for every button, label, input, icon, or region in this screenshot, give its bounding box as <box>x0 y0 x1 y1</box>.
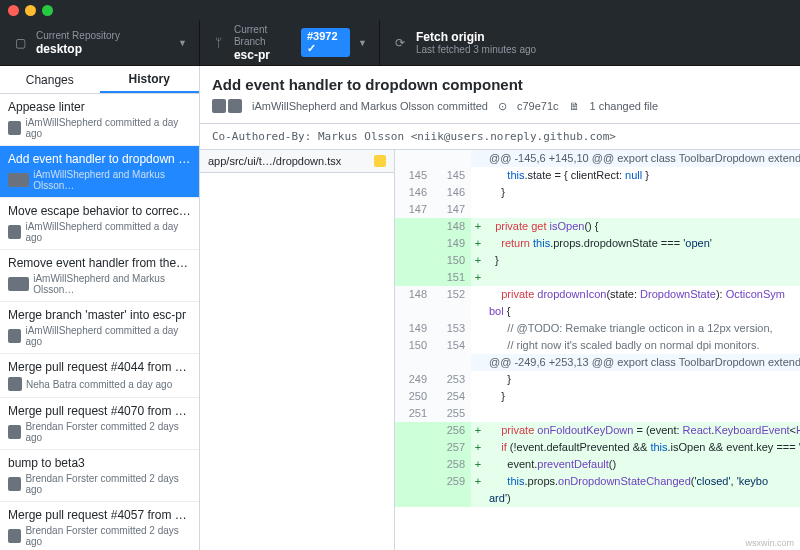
commit-item-title: Merge pull request #4057 from desk… <box>8 508 191 522</box>
commit-item-meta: Brendan Forster committed 2 days ago <box>25 525 191 547</box>
zoom-traffic-light[interactable] <box>42 5 53 16</box>
commit-item-title: Move escape behavior to correct co… <box>8 204 191 218</box>
diff-line: 146146 } <box>395 184 800 201</box>
sidebar: Changes History Appease linteriAmWillShe… <box>0 66 200 550</box>
chevron-down-icon: ▼ <box>178 38 187 48</box>
commit-item-title: Merge branch 'master' into esc-pr <box>8 308 191 322</box>
diff-line: 251255 <box>395 405 800 422</box>
commit-item-meta: iAmWillShepherd and Markus Olsson… <box>33 169 191 191</box>
commit-item[interactable]: Merge pull request #4070 from desk…Brend… <box>0 398 199 450</box>
toolbar: ▢ Current Repository desktop ▼ ᛘ Current… <box>0 20 800 66</box>
commit-sha: c79e71c <box>517 100 559 112</box>
commit-item-title: Remove event handler from the bran… <box>8 256 191 270</box>
diff-line: 145145 this.state = { clientRect: null } <box>395 167 800 184</box>
repo-selector[interactable]: ▢ Current Repository desktop ▼ <box>0 20 200 65</box>
commit-item[interactable]: Merge pull request #4057 from desk…Brend… <box>0 502 199 550</box>
fetch-button[interactable]: ⟳ Fetch origin Last fetched 3 minutes ag… <box>380 20 800 65</box>
commit-item[interactable]: Add event handler to dropdown com…iAmWil… <box>0 146 199 198</box>
close-traffic-light[interactable] <box>8 5 19 16</box>
commit-item[interactable]: Appease linteriAmWillShepherd committed … <box>0 94 199 146</box>
diff-line: 257+ if (!event.defaultPrevented && this… <box>395 439 800 456</box>
file-icon: 🗎 <box>569 100 580 112</box>
commit-item-title: Merge pull request #4044 from des… <box>8 360 191 374</box>
file-row[interactable]: app/src/ui/t…/dropdown.tsx <box>200 150 394 173</box>
pr-badge: #3972 ✓ <box>301 28 350 57</box>
watermark: wsxwin.com <box>745 538 794 548</box>
commit-header: Add event handler to dropdown component … <box>200 66 800 124</box>
diff-line: 148+ private get isOpen() { <box>395 218 800 235</box>
tab-history[interactable]: History <box>100 66 200 93</box>
sidebar-tabs: Changes History <box>0 66 199 94</box>
fetch-label: Fetch origin <box>416 30 536 44</box>
diff-line: 147147 <box>395 201 800 218</box>
commit-item-meta: Neha Batra committed a day ago <box>26 379 172 390</box>
avatar <box>228 99 242 113</box>
repo-label: Current Repository <box>36 30 170 42</box>
modified-icon <box>374 155 386 167</box>
branch-label: Current Branch <box>234 24 293 48</box>
commit-icon: ⊙ <box>498 100 507 113</box>
diff-line: @@ -249,6 +253,13 @@ export class Toolba… <box>395 354 800 371</box>
diff-line: 256+ private onFoldoutKeyDown = (event: … <box>395 422 800 439</box>
tab-changes[interactable]: Changes <box>0 66 100 93</box>
diff-line: 148152 private dropdownIcon(state: Dropd… <box>395 286 800 320</box>
commit-item-title: bump to beta3 <box>8 456 191 470</box>
commit-item-meta: iAmWillShepherd committed a day ago <box>25 221 191 243</box>
commit-item-title: Appease linter <box>8 100 191 114</box>
file-path: app/src/ui/t…/dropdown.tsx <box>208 155 341 167</box>
avatar <box>212 99 226 113</box>
commit-detail: Add event handler to dropdown component … <box>200 66 800 550</box>
diff-line: 150154 // right now it's scaled badly on… <box>395 337 800 354</box>
commit-item-title: Merge pull request #4070 from desk… <box>8 404 191 418</box>
commit-item-title: Add event handler to dropdown com… <box>8 152 191 166</box>
fetch-sublabel: Last fetched 3 minutes ago <box>416 44 536 56</box>
repo-value: desktop <box>36 42 170 56</box>
diff-line: 259+ this.props.onDropdownStateChanged('… <box>395 473 800 507</box>
diff-line: 149153 // @TODO: Remake triangle octicon… <box>395 320 800 337</box>
commit-item[interactable]: Move escape behavior to correct co…iAmWi… <box>0 198 199 250</box>
branch-value: esc-pr <box>234 48 293 62</box>
commit-item-meta: Brendan Forster committed 2 days ago <box>25 473 191 495</box>
diff-line: 149+ return this.props.dropdownState ===… <box>395 235 800 252</box>
commit-item[interactable]: bump to beta3Brendan Forster committed 2… <box>0 450 199 502</box>
diff-line: 258+ event.preventDefault() <box>395 456 800 473</box>
diff-line: 250254 } <box>395 388 800 405</box>
branch-selector[interactable]: ᛘ Current Branch esc-pr #3972 ✓ ▼ <box>200 20 380 65</box>
minimize-traffic-light[interactable] <box>25 5 36 16</box>
commit-list[interactable]: Appease linteriAmWillShepherd committed … <box>0 94 199 550</box>
commit-item-meta: iAmWillShepherd committed a day ago <box>25 117 191 139</box>
commit-item[interactable]: Merge branch 'master' into esc-priAmWill… <box>0 302 199 354</box>
commit-item-meta: iAmWillShepherd committed a day ago <box>25 325 191 347</box>
diff-line: 249253 } <box>395 371 800 388</box>
diff-line: 150+ } <box>395 252 800 269</box>
files-count: 1 changed file <box>590 100 659 112</box>
file-list: app/src/ui/t…/dropdown.tsx <box>200 150 395 550</box>
commit-item[interactable]: Remove event handler from the bran…iAmWi… <box>0 250 199 302</box>
commit-item-meta: iAmWillShepherd and Markus Olsson… <box>33 273 191 295</box>
commit-item-meta: Brendan Forster committed 2 days ago <box>25 421 191 443</box>
diff-line: @@ -145,6 +145,10 @@ export class Toolba… <box>395 150 800 167</box>
commit-item[interactable]: Merge pull request #4044 from des…Neha B… <box>0 354 199 398</box>
coauthor-line: Co-Authored-By: Markus Olsson <niik@user… <box>200 124 800 150</box>
chevron-down-icon: ▼ <box>358 38 367 48</box>
commit-title: Add event handler to dropdown component <box>212 76 788 93</box>
diff-view[interactable]: @@ -145,6 +145,10 @@ export class Toolba… <box>395 150 800 550</box>
diff-line: 151+ <box>395 269 800 286</box>
desktop-icon: ▢ <box>12 35 28 51</box>
commit-authors: iAmWillShepherd and Markus Olsson commit… <box>252 100 488 112</box>
branch-icon: ᛘ <box>212 35 226 51</box>
sync-icon: ⟳ <box>392 35 408 51</box>
window-titlebar <box>0 0 800 20</box>
